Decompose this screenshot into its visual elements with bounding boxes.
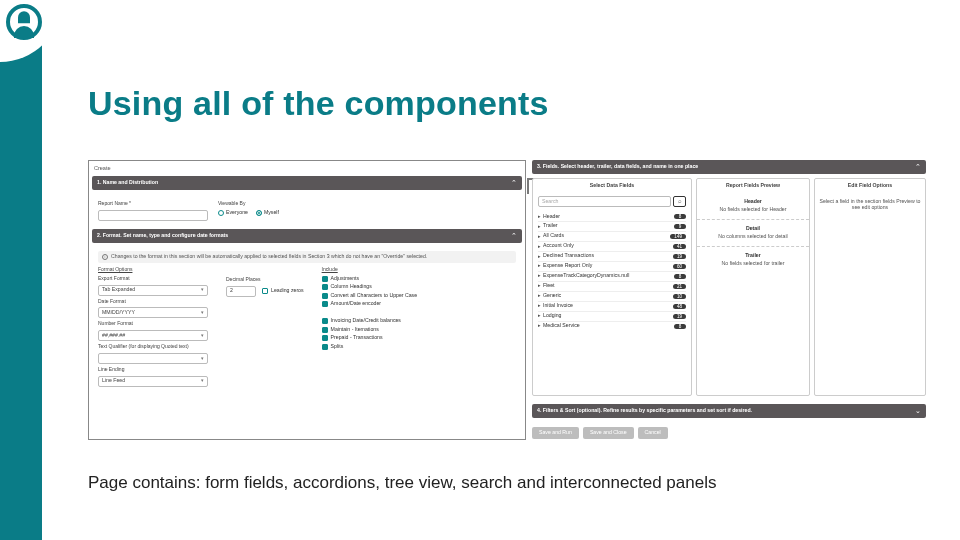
text-qualifier-select[interactable]: ▾: [98, 353, 208, 364]
accordion-4-header[interactable]: 4. Filters & Sort (optional). Refine res…: [532, 404, 926, 418]
tree-node[interactable]: ▸ExpenseTrackCategoryDynamics.null8: [538, 271, 686, 281]
logo-icon: [6, 4, 42, 40]
chevron-down-icon: ⌄: [915, 407, 921, 415]
accordion-2-header[interactable]: 2. Format. Set name, type and configure …: [92, 229, 522, 243]
tree-node[interactable]: ▸Trailer9: [538, 221, 686, 231]
search-input[interactable]: Search: [538, 196, 671, 207]
caret-right-icon: ▸: [538, 214, 541, 220]
select-data-fields-panel: Select Data Fields Search ⌕ ▸Header8 ▸Tr…: [532, 178, 692, 396]
adj-item[interactable]: Splits: [322, 344, 418, 350]
caret-right-icon: ▸: [538, 323, 541, 329]
app-screenshot: Create 1. Name and Distribution ⌃ Report…: [88, 160, 926, 440]
count-badge: 8: [674, 324, 686, 329]
slide-title: Using all of the components: [88, 84, 930, 123]
radio-myself[interactable]: Myself: [256, 210, 279, 216]
chevron-up-icon: ⌃: [915, 163, 921, 171]
decimal-places-label: Decimal Places: [226, 277, 304, 283]
accordion-1-body: Report Name * Viewable By Everyone Mysel…: [92, 194, 522, 225]
fields-tree: ▸Header8 ▸Trailer9 ▸All Cards149 ▸Accoun…: [533, 210, 691, 333]
adjustments-checkbox[interactable]: Adjustments: [322, 276, 418, 282]
count-badge: 10: [673, 294, 686, 299]
chevron-up-icon: ⌃: [511, 179, 517, 187]
adj-item[interactable]: Maintain - Itemations: [322, 327, 418, 333]
adj-item[interactable]: Convert all Characters to Upper Case: [322, 293, 418, 299]
preview-trailer-sub: No fields selected for trailer: [701, 261, 805, 267]
save-and-run-button[interactable]: Save and Run: [532, 427, 579, 439]
preview-trailer-title: Trailer: [701, 253, 805, 259]
viewable-by-label: Viewable By: [218, 201, 279, 207]
tree-node[interactable]: ▸Account Only41: [538, 241, 686, 251]
caret-right-icon: ▸: [538, 224, 541, 230]
leading-zeros-checkbox[interactable]: Leading zeros: [262, 288, 304, 294]
adj-item[interactable]: Prepaid - Transactions: [322, 335, 418, 341]
report-fields-preview-panel: Report Fields Preview Header No fields s…: [696, 178, 810, 396]
export-format-select[interactable]: Tab Expanded▾: [98, 285, 208, 296]
edit-field-options-panel: Edit Field Options Select a field in the…: [814, 178, 926, 396]
search-icon: ⌕: [678, 198, 682, 205]
line-ending-select[interactable]: Line Feed▾: [98, 376, 208, 387]
caret-right-icon: ▸: [538, 244, 541, 250]
tree-node[interactable]: ▸Medical Service8: [538, 321, 686, 331]
panel-2-title: Report Fields Preview: [697, 179, 809, 193]
count-badge: 9: [674, 224, 686, 229]
save-and-close-button[interactable]: Save and Close: [583, 427, 634, 439]
caret-right-icon: ▸: [538, 293, 541, 299]
count-badge: 8: [674, 274, 686, 279]
preview-detail-title: Detail: [701, 226, 805, 232]
line-ending-label: Line Ending: [98, 367, 208, 373]
caret-right-icon: ▸: [538, 283, 541, 289]
tree-node[interactable]: ▸All Cards149: [538, 231, 686, 241]
panel-3-message: Select a field in the section fields Pre…: [815, 193, 925, 217]
count-badge: 8: [674, 214, 686, 219]
format-options-heading: Format Options: [98, 267, 208, 273]
accordion-3-title: 3. Fields. Select header, trailer, data …: [537, 164, 698, 170]
adj-item[interactable]: Invoicing Date/Credit balances: [322, 318, 418, 324]
count-badge: 19: [673, 254, 686, 259]
info-note: i Changes to the format in this section …: [98, 251, 516, 263]
search-button[interactable]: ⌕: [673, 196, 686, 207]
panel-3-title: Edit Field Options: [815, 179, 925, 193]
count-badge: 21: [673, 284, 686, 289]
count-badge: 41: [673, 244, 686, 249]
preview-header-sub: No fields selected for Header: [701, 207, 805, 213]
accordion-1-title: 1. Name and Distribution: [97, 180, 158, 186]
number-format-label: Number Format: [98, 321, 208, 327]
include-heading: Include: [322, 267, 418, 273]
preview-header-title: Header: [701, 199, 805, 205]
preview-detail-sub: No columns selected for detail: [701, 234, 805, 240]
decimal-places-input[interactable]: 2: [226, 286, 256, 297]
report-name-input[interactable]: [98, 210, 208, 221]
cancel-button[interactable]: Cancel: [638, 427, 668, 439]
info-icon: i: [102, 254, 108, 260]
caret-right-icon: ▸: [538, 273, 541, 279]
radio-everyone[interactable]: Everyone: [218, 210, 248, 216]
accordion-1-header[interactable]: 1. Name and Distribution ⌃: [92, 176, 522, 190]
export-format-label: Export Format: [98, 276, 208, 282]
count-badge: 60: [673, 264, 686, 269]
adj-item[interactable]: Amount/Date encoder: [322, 301, 418, 307]
tree-node[interactable]: ▸Generic10: [538, 291, 686, 301]
count-badge: 149: [670, 234, 686, 239]
accordion-3-header[interactable]: 3. Fields. Select header, trailer, data …: [532, 160, 926, 174]
tree-node[interactable]: ▸Header8: [538, 212, 686, 221]
date-format-select[interactable]: MM/DD/YYYY▾: [98, 307, 208, 318]
tree-node[interactable]: ▸Declined Transactions19: [538, 251, 686, 261]
adj-item[interactable]: Column Headings: [322, 284, 418, 290]
chevron-up-icon: ⌃: [511, 232, 517, 240]
accordion-4-title: 4. Filters & Sort (optional). Refine res…: [537, 408, 752, 414]
accordion-2-body: i Changes to the format in this section …: [92, 247, 522, 391]
caret-right-icon: ▸: [538, 234, 541, 240]
tree-node[interactable]: ▸Lodging19: [538, 311, 686, 321]
tree-node[interactable]: ▸Expense Report Only60: [538, 261, 686, 271]
logo-corner: [0, 0, 62, 62]
breadcrumb: Create: [92, 164, 522, 172]
report-name-label: Report Name *: [98, 201, 208, 207]
tree-node[interactable]: ▸Initial Invoice48: [538, 301, 686, 311]
date-format-label: Date Format: [98, 299, 208, 305]
caret-right-icon: ▸: [538, 303, 541, 309]
number-format-select[interactable]: ##,###.##▾: [98, 330, 208, 341]
caret-right-icon: ▸: [538, 313, 541, 319]
tree-node[interactable]: ▸Fleet21: [538, 281, 686, 291]
text-qualifier-label: Text Qualifier (for displaying Quoted te…: [98, 344, 208, 350]
accordion-2-title: 2. Format. Set name, type and configure …: [97, 233, 228, 239]
